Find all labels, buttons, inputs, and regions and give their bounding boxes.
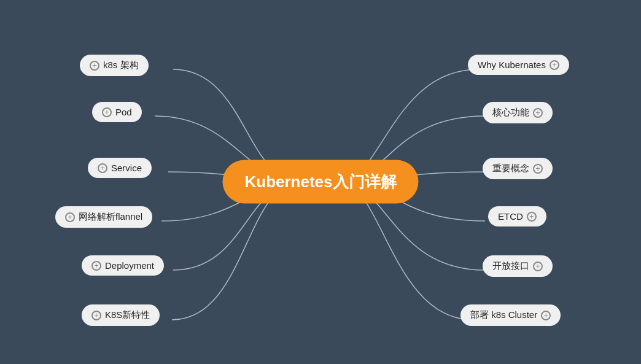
node-service[interactable]: + Service bbox=[88, 158, 152, 178]
node-key-concept[interactable]: 重要概念 + bbox=[483, 158, 553, 179]
mind-map: Kubernetes入门详解 + k8s 架构 + Pod + Service … bbox=[0, 0, 641, 364]
node-open-api[interactable]: 开放接口 + bbox=[483, 255, 553, 277]
expand-key-concept[interactable]: + bbox=[533, 164, 543, 174]
expand-pod[interactable]: + bbox=[102, 107, 112, 117]
node-deployment[interactable]: + Deployment bbox=[82, 255, 164, 276]
expand-why-k8s[interactable]: + bbox=[550, 60, 559, 70]
node-deploy-cluster[interactable]: 部署 k8s Cluster + bbox=[460, 304, 561, 326]
node-k8s-arch[interactable]: + k8s 架构 bbox=[80, 55, 149, 76]
node-core-func[interactable]: 核心功能 + bbox=[483, 102, 553, 123]
node-flannel[interactable]: + 网络解析flannel bbox=[55, 206, 152, 228]
node-etcd[interactable]: ETCD + bbox=[488, 206, 546, 227]
node-why-k8s[interactable]: Why Kubernates + bbox=[468, 55, 569, 75]
expand-etcd[interactable]: + bbox=[527, 212, 537, 222]
node-pod[interactable]: + Pod bbox=[92, 102, 142, 122]
expand-k8s-new[interactable]: + bbox=[91, 311, 101, 320]
expand-core-func[interactable]: + bbox=[533, 108, 543, 118]
expand-deployment[interactable]: + bbox=[91, 261, 101, 271]
center-node[interactable]: Kubernetes入门详解 bbox=[222, 160, 418, 204]
expand-flannel[interactable]: + bbox=[65, 212, 75, 222]
node-k8s-new[interactable]: + K8S新特性 bbox=[82, 304, 160, 326]
expand-k8s-arch[interactable]: + bbox=[90, 61, 99, 71]
expand-service[interactable]: + bbox=[98, 163, 107, 173]
expand-deploy-cluster[interactable]: + bbox=[541, 311, 551, 320]
expand-open-api[interactable]: + bbox=[533, 261, 543, 271]
